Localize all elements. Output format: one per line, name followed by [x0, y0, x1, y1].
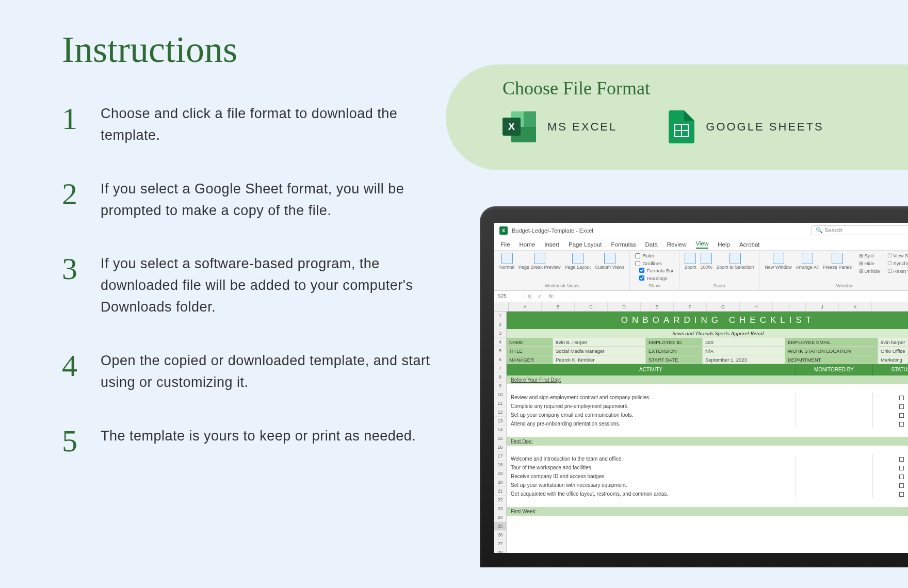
- ribbon-button[interactable]: ☐ Reset Windo: [887, 268, 908, 274]
- ribbon-button[interactable]: Zoom to Selection: [717, 253, 754, 270]
- row-number[interactable]: 6: [494, 355, 506, 364]
- sheet-body: 1234567891011121314151617181920212223242…: [494, 312, 908, 553]
- row-number[interactable]: 17: [494, 452, 506, 461]
- row-number[interactable]: 19: [494, 469, 506, 478]
- ruler-checkbox[interactable]: Ruler: [635, 253, 673, 258]
- column-header[interactable]: H: [740, 302, 773, 311]
- menu-item[interactable]: Home: [520, 241, 536, 248]
- checkbox-icon[interactable]: [899, 475, 904, 479]
- gridlines-checkbox[interactable]: Gridlines: [635, 260, 673, 266]
- step: 4Open the copied or downloaded template,…: [62, 350, 433, 394]
- menu-item[interactable]: Acrobat: [739, 241, 760, 248]
- row-number[interactable]: 28: [494, 548, 506, 553]
- menu-item[interactable]: Insert: [544, 241, 559, 248]
- ribbon: NormalPage Break PreviewPage LayoutCusto…: [494, 251, 908, 291]
- row-number[interactable]: 12: [494, 408, 506, 417]
- column-header[interactable]: A: [509, 302, 542, 311]
- formula-bar-checkbox[interactable]: Formula Bar: [639, 268, 673, 273]
- excel-label: MS EXCEL: [547, 120, 617, 134]
- ribbon-button[interactable]: ⊞ Split: [859, 253, 880, 258]
- menu-item[interactable]: Formulas: [611, 241, 636, 248]
- column-header[interactable]: C: [575, 302, 608, 311]
- column-header[interactable]: F: [674, 302, 707, 311]
- row-number[interactable]: 8: [494, 373, 506, 382]
- ms-excel-option[interactable]: X MS EXCEL: [502, 111, 617, 142]
- row-number[interactable]: 7: [494, 364, 506, 373]
- google-sheets-option[interactable]: GOOGLE SHEETS: [669, 110, 824, 143]
- row-number[interactable]: 21: [494, 487, 506, 496]
- ribbon-button[interactable]: New Window: [765, 253, 792, 270]
- activity-row: Review and sign employment contract and …: [507, 393, 908, 402]
- ribbon-button[interactable]: Arrange All: [796, 253, 819, 270]
- ribbon-button[interactable]: Normal: [499, 253, 514, 270]
- column-headers: ABCDEFGHIJK: [494, 302, 908, 312]
- checkbox-icon[interactable]: [899, 396, 904, 400]
- row-number[interactable]: 25: [494, 522, 506, 531]
- menu-item[interactable]: Data: [645, 241, 658, 248]
- row-number[interactable]: 15: [494, 434, 506, 443]
- row-number[interactable]: 1: [494, 312, 506, 320]
- checkbox-icon[interactable]: [899, 422, 904, 427]
- row-number[interactable]: 9: [494, 382, 506, 390]
- enter-icon[interactable]: ✓: [534, 293, 545, 299]
- row-number[interactable]: 26: [494, 531, 506, 540]
- column-header[interactable]: K: [839, 302, 872, 311]
- row-number[interactable]: 20: [494, 478, 506, 487]
- checkbox-icon[interactable]: [899, 483, 904, 488]
- row-number[interactable]: 18: [494, 461, 506, 469]
- column-header[interactable]: B: [542, 302, 575, 311]
- ribbon-button[interactable]: Page Layout: [565, 253, 591, 270]
- step: 5The template is yours to keep or print …: [62, 426, 433, 456]
- name-box[interactable]: S25: [494, 293, 524, 299]
- row-number[interactable]: 27: [494, 540, 506, 548]
- checkbox-icon[interactable]: [899, 492, 904, 497]
- row-number[interactable]: 22: [494, 496, 506, 504]
- ribbon-button[interactable]: ⊞ Hide: [859, 260, 880, 266]
- fx-icon[interactable]: fx: [545, 293, 557, 299]
- ribbon-button[interactable]: ☐ View Side b: [887, 253, 908, 258]
- row-number[interactable]: 10: [494, 390, 506, 399]
- row-number[interactable]: 13: [494, 417, 506, 426]
- search-input[interactable]: 🔍 Search: [811, 225, 908, 235]
- ribbon-button[interactable]: Page Break Preview: [518, 253, 561, 270]
- ribbon-button[interactable]: ⊞ Unhide: [859, 268, 880, 274]
- menu-item[interactable]: Page Layout: [569, 241, 602, 248]
- row-number[interactable]: 3: [494, 329, 506, 338]
- formula-bar: S25 ✕ ✓ fx: [494, 291, 908, 302]
- checkbox-icon[interactable]: [899, 466, 904, 470]
- column-header[interactable]: G: [707, 302, 740, 311]
- checkbox-icon[interactable]: [899, 457, 904, 462]
- column-header[interactable]: J: [806, 302, 839, 311]
- checkbox-icon[interactable]: [899, 404, 904, 409]
- ribbon-button[interactable]: ☐ Synchronou: [887, 260, 908, 266]
- row-number[interactable]: 11: [494, 399, 506, 408]
- row-number[interactable]: 2: [494, 320, 506, 329]
- ribbon-group-label: Window: [765, 283, 908, 288]
- ribbon-button[interactable]: Zoom: [685, 253, 696, 270]
- row-number[interactable]: 16: [494, 443, 506, 452]
- column-header[interactable]: I: [773, 302, 806, 311]
- ribbon-workbook-views: NormalPage Break PreviewPage LayoutCusto…: [494, 251, 630, 290]
- checkbox-icon[interactable]: [899, 413, 904, 418]
- activity-row: Complete any required pre-employment pap…: [507, 402, 908, 411]
- laptop-mockup: x Budget-Ledger-Template - Excel 🔍 Searc…: [480, 206, 908, 588]
- menu-item[interactable]: View: [696, 240, 709, 249]
- headings-checkbox[interactable]: Headings: [639, 275, 673, 281]
- row-number[interactable]: 24: [494, 513, 506, 522]
- cancel-icon[interactable]: ✕: [524, 293, 534, 299]
- menu-item[interactable]: File: [500, 241, 510, 248]
- activity-row: Get acquainted with the office layout, r…: [507, 489, 908, 498]
- menu-item[interactable]: Help: [718, 241, 730, 248]
- steps-list: 1Choose and click a file format to downl…: [62, 103, 433, 488]
- row-number[interactable]: 4: [494, 338, 506, 347]
- column-header[interactable]: E: [641, 302, 674, 311]
- ribbon-button[interactable]: Custom Views: [595, 253, 624, 270]
- row-number[interactable]: 23: [494, 504, 506, 513]
- column-header[interactable]: D: [608, 302, 641, 311]
- row-number[interactable]: 5: [494, 347, 506, 355]
- row-number[interactable]: 14: [494, 426, 506, 434]
- menu-item[interactable]: Review: [667, 241, 687, 248]
- ribbon-button[interactable]: 100%: [701, 253, 712, 270]
- ribbon-button[interactable]: Freeze Panes: [823, 253, 852, 270]
- format-options: X MS EXCEL GOOGLE SHEETS: [502, 110, 905, 143]
